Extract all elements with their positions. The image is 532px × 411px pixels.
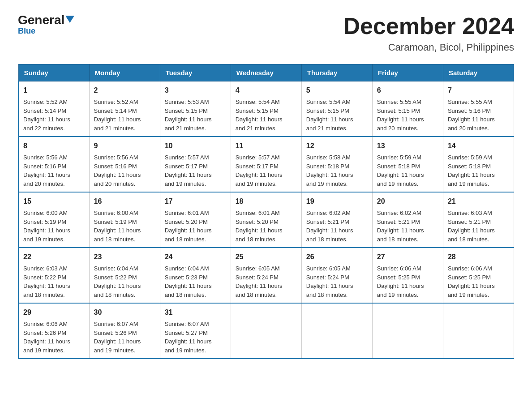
day-number: 22 — [23, 252, 85, 262]
calendar-cell — [443, 303, 514, 359]
day-number: 25 — [236, 252, 297, 262]
logo-text: General — [18, 13, 74, 27]
day-info: Sunrise: 5:55 AMSunset: 5:16 PMDaylight:… — [448, 98, 509, 133]
header-tuesday: Tuesday — [160, 64, 231, 81]
calendar-week-5: 29Sunrise: 6:06 AMSunset: 5:26 PMDayligh… — [18, 303, 514, 359]
day-info: Sunrise: 5:56 AMSunset: 5:16 PMDaylight:… — [94, 153, 155, 188]
header-row: SundayMondayTuesdayWednesdayThursdayFrid… — [18, 64, 514, 81]
calendar-cell: 5Sunrise: 5:54 AMSunset: 5:15 PMDaylight… — [301, 81, 372, 137]
day-info: Sunrise: 6:05 AMSunset: 5:24 PMDaylight:… — [306, 264, 368, 299]
day-number: 20 — [377, 196, 438, 207]
calendar-cell: 14Sunrise: 5:59 AMSunset: 5:18 PMDayligh… — [443, 137, 514, 192]
title-area: December 2024 Caramoan, Bicol, Philippin… — [343, 13, 514, 53]
calendar-cell: 21Sunrise: 6:03 AMSunset: 5:21 PMDayligh… — [443, 192, 514, 248]
calendar-cell: 18Sunrise: 6:01 AMSunset: 5:20 PMDayligh… — [231, 192, 301, 248]
day-info: Sunrise: 5:52 AMSunset: 5:14 PMDaylight:… — [94, 98, 155, 133]
calendar-cell: 9Sunrise: 5:56 AMSunset: 5:16 PMDaylight… — [89, 137, 160, 192]
header-wednesday: Wednesday — [231, 64, 301, 81]
calendar-week-3: 15Sunrise: 6:00 AMSunset: 5:19 PMDayligh… — [18, 192, 514, 248]
header-sunday: Sunday — [18, 64, 89, 81]
day-number: 29 — [23, 307, 85, 318]
calendar-cell: 31Sunrise: 6:07 AMSunset: 5:27 PMDayligh… — [160, 303, 231, 359]
calendar-cell: 6Sunrise: 5:55 AMSunset: 5:15 PMDaylight… — [372, 81, 443, 137]
day-number: 10 — [165, 141, 226, 151]
day-number: 18 — [236, 196, 297, 207]
calendar-week-4: 22Sunrise: 6:03 AMSunset: 5:22 PMDayligh… — [18, 248, 514, 303]
calendar-cell: 30Sunrise: 6:07 AMSunset: 5:26 PMDayligh… — [89, 303, 160, 359]
day-info: Sunrise: 5:56 AMSunset: 5:16 PMDaylight:… — [23, 153, 85, 188]
day-info: Sunrise: 5:58 AMSunset: 5:18 PMDaylight:… — [306, 153, 368, 188]
day-number: 7 — [448, 85, 509, 96]
day-info: Sunrise: 5:57 AMSunset: 5:17 PMDaylight:… — [236, 153, 297, 188]
day-number: 5 — [306, 85, 368, 96]
header-friday: Friday — [372, 64, 443, 81]
logo-blue-text: Blue — [18, 26, 35, 36]
calendar-cell: 8Sunrise: 5:56 AMSunset: 5:16 PMDaylight… — [18, 137, 89, 192]
day-info: Sunrise: 6:03 AMSunset: 5:21 PMDaylight:… — [448, 209, 509, 244]
day-info: Sunrise: 5:53 AMSunset: 5:15 PMDaylight:… — [165, 98, 226, 133]
day-number: 9 — [94, 141, 155, 151]
calendar-cell — [231, 303, 301, 359]
header-thursday: Thursday — [301, 64, 372, 81]
logo-triangle-icon — [65, 16, 74, 23]
day-info: Sunrise: 5:55 AMSunset: 5:15 PMDaylight:… — [377, 98, 438, 133]
calendar-cell: 22Sunrise: 6:03 AMSunset: 5:22 PMDayligh… — [18, 248, 89, 303]
day-number: 24 — [165, 252, 226, 262]
calendar-cell: 19Sunrise: 6:02 AMSunset: 5:21 PMDayligh… — [301, 192, 372, 248]
day-number: 12 — [306, 141, 368, 151]
day-number: 8 — [23, 141, 85, 151]
calendar-cell: 24Sunrise: 6:04 AMSunset: 5:23 PMDayligh… — [160, 248, 231, 303]
calendar-cell: 13Sunrise: 5:59 AMSunset: 5:18 PMDayligh… — [372, 137, 443, 192]
day-info: Sunrise: 6:00 AMSunset: 5:19 PMDaylight:… — [94, 209, 155, 244]
calendar-cell: 10Sunrise: 5:57 AMSunset: 5:17 PMDayligh… — [160, 137, 231, 192]
calendar-body: 1Sunrise: 5:52 AMSunset: 5:14 PMDaylight… — [18, 81, 514, 359]
day-info: Sunrise: 6:07 AMSunset: 5:27 PMDaylight:… — [165, 320, 226, 355]
calendar-cell: 15Sunrise: 6:00 AMSunset: 5:19 PMDayligh… — [18, 192, 89, 248]
calendar-cell: 16Sunrise: 6:00 AMSunset: 5:19 PMDayligh… — [89, 192, 160, 248]
day-info: Sunrise: 6:01 AMSunset: 5:20 PMDaylight:… — [165, 209, 226, 244]
calendar-header: SundayMondayTuesdayWednesdayThursdayFrid… — [18, 64, 514, 81]
calendar-title: December 2024 — [343, 13, 514, 39]
day-info: Sunrise: 6:01 AMSunset: 5:20 PMDaylight:… — [236, 209, 297, 244]
day-number: 30 — [94, 307, 155, 318]
day-info: Sunrise: 6:00 AMSunset: 5:19 PMDaylight:… — [23, 209, 85, 244]
day-number: 21 — [448, 196, 509, 207]
calendar-cell: 7Sunrise: 5:55 AMSunset: 5:16 PMDaylight… — [443, 81, 514, 137]
calendar-cell: 2Sunrise: 5:52 AMSunset: 5:14 PMDaylight… — [89, 81, 160, 137]
calendar-cell: 17Sunrise: 6:01 AMSunset: 5:20 PMDayligh… — [160, 192, 231, 248]
day-info: Sunrise: 5:59 AMSunset: 5:18 PMDaylight:… — [448, 153, 509, 188]
calendar-cell: 11Sunrise: 5:57 AMSunset: 5:17 PMDayligh… — [231, 137, 301, 192]
day-info: Sunrise: 6:02 AMSunset: 5:21 PMDaylight:… — [377, 209, 438, 244]
day-info: Sunrise: 5:54 AMSunset: 5:15 PMDaylight:… — [236, 98, 297, 133]
day-number: 15 — [23, 196, 85, 207]
page-header: General Blue December 2024 Caramoan, Bic… — [18, 13, 514, 53]
calendar-cell: 25Sunrise: 6:05 AMSunset: 5:24 PMDayligh… — [231, 248, 301, 303]
day-number: 14 — [448, 141, 509, 151]
day-number: 16 — [94, 196, 155, 207]
day-info: Sunrise: 6:04 AMSunset: 5:23 PMDaylight:… — [165, 264, 226, 299]
calendar-week-1: 1Sunrise: 5:52 AMSunset: 5:14 PMDaylight… — [18, 81, 514, 137]
calendar-cell: 3Sunrise: 5:53 AMSunset: 5:15 PMDaylight… — [160, 81, 231, 137]
day-number: 3 — [165, 85, 226, 96]
calendar-cell: 26Sunrise: 6:05 AMSunset: 5:24 PMDayligh… — [301, 248, 372, 303]
day-number: 4 — [236, 85, 297, 96]
day-info: Sunrise: 6:07 AMSunset: 5:26 PMDaylight:… — [94, 320, 155, 355]
logo: General Blue — [18, 13, 74, 36]
day-number: 27 — [377, 252, 438, 262]
calendar-cell — [372, 303, 443, 359]
calendar-cell: 29Sunrise: 6:06 AMSunset: 5:26 PMDayligh… — [18, 303, 89, 359]
day-info: Sunrise: 6:04 AMSunset: 5:22 PMDaylight:… — [94, 264, 155, 299]
day-number: 11 — [236, 141, 297, 151]
day-number: 17 — [165, 196, 226, 207]
calendar-cell: 4Sunrise: 5:54 AMSunset: 5:15 PMDaylight… — [231, 81, 301, 137]
calendar-cell: 23Sunrise: 6:04 AMSunset: 5:22 PMDayligh… — [89, 248, 160, 303]
day-number: 2 — [94, 85, 155, 96]
calendar-cell: 12Sunrise: 5:58 AMSunset: 5:18 PMDayligh… — [301, 137, 372, 192]
day-info: Sunrise: 5:54 AMSunset: 5:15 PMDaylight:… — [306, 98, 368, 133]
calendar-table: SundayMondayTuesdayWednesdayThursdayFrid… — [18, 64, 514, 359]
day-number: 28 — [448, 252, 509, 262]
calendar-cell: 20Sunrise: 6:02 AMSunset: 5:21 PMDayligh… — [372, 192, 443, 248]
calendar-cell: 28Sunrise: 6:06 AMSunset: 5:25 PMDayligh… — [443, 248, 514, 303]
day-number: 26 — [306, 252, 368, 262]
calendar-week-2: 8Sunrise: 5:56 AMSunset: 5:16 PMDaylight… — [18, 137, 514, 192]
